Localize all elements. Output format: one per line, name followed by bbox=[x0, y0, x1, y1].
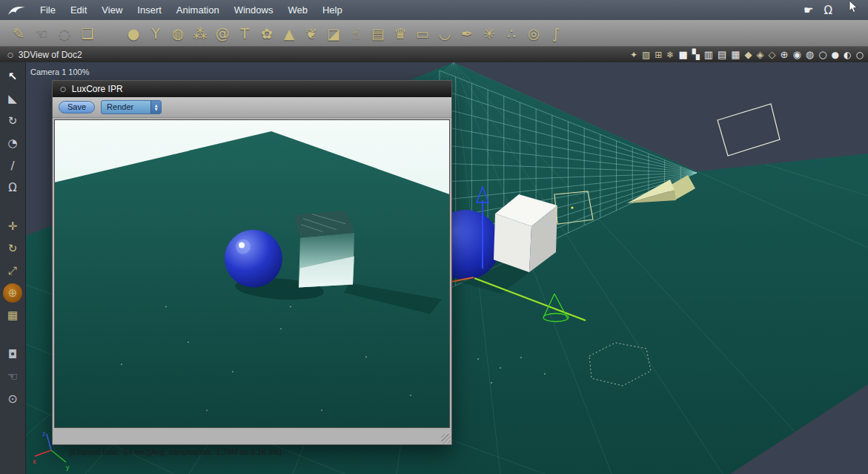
bone-object-icon[interactable]: ∫ bbox=[548, 22, 564, 45]
globe-transform-tool-icon[interactable]: ⊕ bbox=[3, 283, 22, 303]
vertex-dot bbox=[571, 206, 573, 208]
molecule-object-icon[interactable]: ⁂ bbox=[192, 22, 208, 45]
main-toolbar: ✎☜◌❏ ●Y◍⁂@T✿▲❦◪☝▤♛▭◡✒✳∴◎∫ bbox=[0, 20, 868, 47]
ipr-render-view bbox=[54, 119, 450, 428]
edit-tools-group: ✎☜◌❏ bbox=[0, 22, 96, 45]
scalpel-tool-icon[interactable]: ✎ bbox=[10, 22, 27, 45]
sphere-light-icon[interactable]: ○ bbox=[856, 50, 864, 60]
viewport-titlebar[interactable]: ○ 3DView of Doc2 ✦▨⊞❄■▚▥▤▦◆◈◇⊕◉◍○●◐○ bbox=[0, 47, 868, 62]
terrain-object-icon[interactable]: ▲ bbox=[281, 22, 297, 45]
menu-insert[interactable]: Insert bbox=[130, 4, 169, 16]
viewport-toolbar-icons: ✦▨⊞❄■▚▥▤▦◆◈◇⊕◉◍○●◐○ bbox=[630, 49, 864, 60]
circle-mode-icon[interactable]: ○ bbox=[818, 49, 826, 60]
shield-solid-icon[interactable]: ◆ bbox=[745, 49, 752, 60]
geosphere-object-icon[interactable]: ◍ bbox=[170, 22, 186, 45]
menu-animation[interactable]: Animation bbox=[169, 4, 227, 16]
fern-object-icon[interactable]: ❦ bbox=[303, 22, 319, 45]
shading-split-h-icon[interactable]: ▥ bbox=[704, 49, 713, 60]
menu-edit[interactable]: Edit bbox=[63, 4, 94, 16]
orbit-tool-icon[interactable]: ◔ bbox=[3, 134, 22, 153]
ipr-titlebar[interactable]: ○ LuxCore IPR bbox=[53, 81, 451, 97]
render-sphere bbox=[225, 230, 282, 288]
ipr-status-text: [Elapsed time: 64 sec][Avg. samples/sec … bbox=[70, 447, 282, 456]
torus-object-icon[interactable]: ◎ bbox=[526, 22, 542, 45]
stack-object-icon[interactable]: ▤ bbox=[370, 22, 386, 45]
axis-x-label: x bbox=[33, 458, 36, 465]
stamp-tool-icon[interactable]: ❏ bbox=[79, 22, 96, 45]
target-mode-icon[interactable]: ◉ bbox=[793, 49, 801, 60]
ipr-render-image bbox=[55, 120, 449, 427]
capsule-object-icon[interactable]: ▭ bbox=[414, 22, 431, 45]
pan-hand-icon[interactable]: ☛ bbox=[804, 4, 813, 17]
move-tool-icon[interactable]: ✛ bbox=[3, 217, 22, 236]
ipr-collapse-icon[interactable]: ○ bbox=[60, 85, 66, 93]
lasso-tool-icon[interactable]: ◌ bbox=[56, 22, 73, 45]
camera-label: Camera 1 100% bbox=[30, 68, 90, 76]
camera-tool-icon[interactable]: ◘ bbox=[3, 344, 22, 363]
shading-quad-icon[interactable]: ▦ bbox=[731, 49, 740, 60]
ipr-status-bar: [Elapsed time: 64 sec][Avg. samples/sec … bbox=[53, 429, 451, 444]
globe-mode-icon[interactable]: ◍ bbox=[806, 49, 814, 60]
left-tool-column: ↖◣↻◔∕Ω ✛↻⤢⊕▦ ◘☜⊙ bbox=[0, 62, 26, 474]
shading-full-icon[interactable]: ■ bbox=[678, 49, 687, 60]
emitter-object-icon[interactable]: ✳ bbox=[481, 22, 497, 45]
rotate-tool-icon[interactable]: ↻ bbox=[3, 239, 22, 258]
hand-tool-icon[interactable]: ☜ bbox=[33, 22, 50, 45]
shading-thirds-icon[interactable]: ▤ bbox=[718, 49, 726, 60]
viewport-title: 3DView of Doc2 bbox=[19, 50, 82, 60]
snowflake-toggle-icon[interactable]: ❄ bbox=[666, 50, 674, 60]
goblet-object-icon[interactable]: Y bbox=[148, 22, 164, 45]
menu-file[interactable]: File bbox=[33, 4, 63, 16]
create-tools-group: ●Y◍⁂@T✿▲❦◪☝▤♛▭◡✒✳∴◎∫ bbox=[115, 22, 564, 45]
wedge-object-icon[interactable]: ◪ bbox=[325, 22, 342, 45]
axis-mode-icon[interactable]: ⊕ bbox=[781, 49, 789, 60]
menu-web[interactable]: Web bbox=[280, 4, 315, 16]
rotate-view-tool-icon[interactable]: ↻ bbox=[3, 111, 22, 131]
crown-object-icon[interactable]: ♛ bbox=[392, 22, 408, 45]
render-dropdown[interactable]: Render ▲▼ bbox=[101, 100, 162, 114]
render-cube bbox=[294, 211, 354, 288]
ball-object-icon[interactable]: ● bbox=[125, 22, 142, 45]
selection-tools-group: ↖◣↻◔∕Ω bbox=[3, 65, 22, 199]
dropdown-arrows-icon: ▲▼ bbox=[150, 101, 161, 113]
cheetah-logo-icon[interactable] bbox=[7, 4, 27, 16]
menu-bar: FileEditViewInsertAnimationWindowsWebHel… bbox=[0, 0, 868, 20]
texture-toggle-icon[interactable]: ▨ bbox=[642, 50, 650, 60]
flower-object-icon[interactable]: ✿ bbox=[259, 22, 275, 45]
shield-half-icon[interactable]: ◈ bbox=[757, 49, 764, 60]
application-window: FileEditViewInsertAnimationWindowsWebHel… bbox=[0, 0, 868, 474]
pan-tool-icon[interactable]: ☜ bbox=[3, 366, 22, 386]
magnet-snap-tool-icon[interactable]: Ω bbox=[3, 178, 22, 197]
box-transform-tool-icon[interactable]: ▦ bbox=[3, 306, 22, 325]
select-tool-icon[interactable]: ↖ bbox=[3, 67, 22, 86]
luxcore-ipr-window: ○ LuxCore IPR Save Render ▲▼ bbox=[52, 80, 452, 445]
grid-toggle-icon[interactable]: ⊞ bbox=[655, 50, 662, 60]
needle-tool-icon[interactable]: ∕ bbox=[3, 156, 22, 175]
view-tools-group: ◘☜⊙ bbox=[3, 343, 22, 409]
save-button[interactable]: Save bbox=[59, 101, 95, 113]
zoom-tool-icon[interactable]: ⊙ bbox=[3, 389, 22, 408]
sphere-half-icon[interactable]: ◐ bbox=[844, 50, 851, 60]
menu-right-icons: ☛Ω bbox=[804, 4, 832, 17]
magnet-icon[interactable]: Ω bbox=[824, 4, 832, 17]
resize-grip[interactable] bbox=[441, 434, 451, 444]
shield-outline-icon[interactable]: ◇ bbox=[769, 49, 776, 60]
flip-tool-icon[interactable]: ◣ bbox=[3, 89, 22, 108]
mouth-object-icon[interactable]: ◡ bbox=[437, 22, 453, 45]
particles-object-icon[interactable]: ∴ bbox=[503, 22, 520, 45]
finger-object-icon[interactable]: ☝ bbox=[348, 22, 364, 45]
menu-help[interactable]: Help bbox=[315, 4, 350, 16]
sphere-dark-icon[interactable]: ● bbox=[832, 50, 839, 60]
transform-tools-group: ✛↻⤢⊕▦ bbox=[3, 215, 22, 326]
menu-view[interactable]: View bbox=[94, 4, 130, 16]
viewport-collapse-icon[interactable]: ○ bbox=[7, 51, 13, 59]
scale-tool-icon[interactable]: ⤢ bbox=[3, 261, 22, 280]
axis-z-label: z bbox=[42, 430, 46, 438]
ipr-toolbar: Save Render ▲▼ bbox=[53, 97, 451, 118]
lights-toggle-icon[interactable]: ✦ bbox=[630, 50, 637, 60]
spiral-object-icon[interactable]: @ bbox=[214, 22, 231, 45]
pen-object-icon[interactable]: ✒ bbox=[459, 22, 475, 45]
text-object-icon[interactable]: T bbox=[236, 22, 253, 45]
menu-windows[interactable]: Windows bbox=[227, 4, 281, 16]
shading-split-v-icon[interactable]: ▚ bbox=[692, 49, 700, 60]
